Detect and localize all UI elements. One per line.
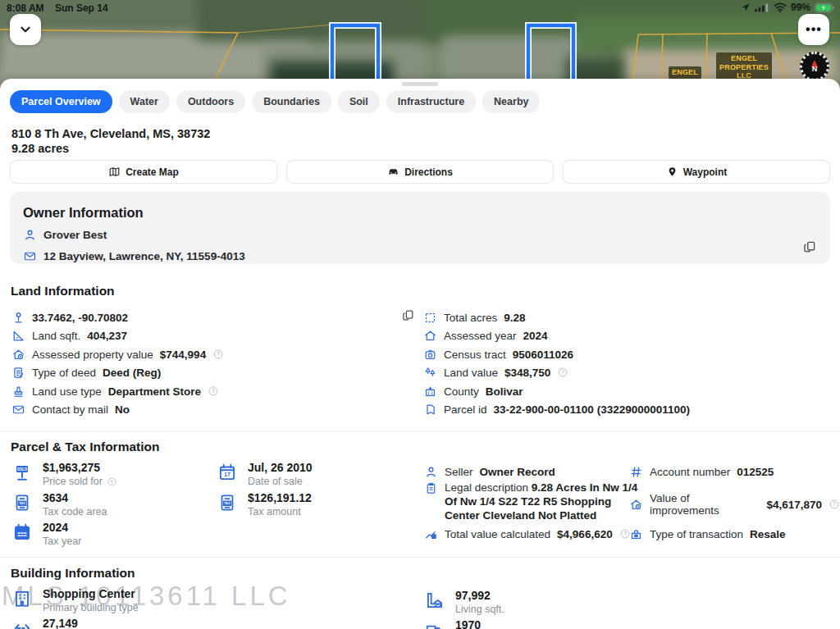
owner-mail-address: 12 Bayview, Lawrence, NY, 11559-4013 [43,250,245,262]
tax-section-title: Parcel & Tax Information [11,440,159,454]
collapse-sheet-button[interactable] [10,14,41,45]
create-map-label: Create Map [126,166,179,178]
owner-section-title: Owner Information [23,205,817,221]
county-building-icon [423,385,437,399]
building-section-title: Building Information [11,566,135,581]
status-time: 8:08 AM [7,2,44,14]
directions-button[interactable]: Directions [286,160,554,184]
waypoint-label: Waypoint [683,166,728,178]
status-time-date: 8:08 AM Sun Sep 14 [7,2,108,14]
chevron-down-icon [16,21,34,39]
calendar-17-icon [217,462,238,483]
battery-icon [815,2,835,13]
person-icon [424,465,438,479]
seller-row: SellerOwner Record [424,463,555,481]
compass-button[interactable]: N [800,52,829,81]
section-divider [0,431,840,431]
car-icon [387,166,399,178]
total-acres-row: Total acres9.28 [423,308,526,326]
ellipsis-icon: ••• [806,25,822,34]
compass-north-label: N [812,66,818,73]
parcel-id-row: Parcel id33-22-900-00-01100 (33229000001… [423,400,690,418]
assessed-year-row: Assessed year2024 [423,326,548,344]
land-section-title: Land Information [11,284,115,299]
copy-owner-info-icon[interactable] [802,239,817,254]
category-tabs: Parcel Overview Water Outdoors Boundarie… [10,90,540,113]
county-row: CountyBolivar [423,382,523,400]
mail-icon [23,249,37,263]
living-sqft-row: 97,992Living sqft. [424,589,504,615]
info-icon[interactable] [212,349,224,360]
calendar-icon [11,522,33,543]
tax-code-area-row: 3634Tax code area [11,491,107,517]
census-tract-row: Census tract9506011026 [423,345,573,363]
building-type-row: Shopping CenterPrimary building type [11,587,139,613]
mail-icon [11,403,25,417]
parcel-acreage: 9.28 acres [11,142,69,155]
waypoint-button[interactable]: Waypoint [563,160,830,184]
hash-icon [629,465,643,479]
tab-boundaries[interactable]: Boundaries [252,90,331,113]
parcel-detail-sheet: Parcel Overview Water Outdoors Boundarie… [0,79,840,629]
tab-nearby[interactable]: Nearby [482,90,540,113]
building-icon [11,588,33,609]
section-divider [0,557,840,558]
copy-coordinates-icon[interactable] [401,308,415,322]
owner-address-row: 12 Bayview, Lawrence, NY, 11559-4013 [23,249,817,263]
bag-icon [629,527,643,541]
info-icon[interactable] [557,367,568,378]
tab-water[interactable]: Water [119,90,170,113]
more-options-button[interactable]: ••• [798,14,829,45]
tag-icon [423,403,437,417]
waypoint-pin-icon [666,166,678,178]
contact-mail-row: Contact by mailNo [11,400,130,418]
wifi-icon [774,2,787,12]
tab-infrastructure[interactable]: Infrastructure [386,90,476,113]
land-sqft-row: Land sqft.404,237 [11,326,127,344]
app-screen: ENGEL ENGEL PROPERTIES LLC 8:08 AM Sun S… [0,0,840,629]
parcel-owner-label: ENGEL [669,66,701,79]
legal-description-row: Legal description 9.28 Acres In Nw 1/4 O… [424,481,640,522]
tab-outdoors[interactable]: Outdoors [176,90,245,113]
create-map-button[interactable]: Create Map [10,160,277,184]
home-icon [423,329,437,343]
owner-information-card: Owner Information Grover Best 12 Bayview… [10,192,830,264]
directions-label: Directions [404,166,453,178]
location-arrow-icon [741,2,751,12]
sold-sign-icon [11,462,33,483]
deed-icon [11,366,25,380]
date-of-sale-row: Jul, 26 2010Date of sale [217,461,313,487]
census-icon [423,348,437,362]
square-dashed-icon [423,311,437,325]
chart-lock-icon [424,527,438,541]
info-icon[interactable] [208,385,219,397]
land-value-row: Land value$348,750 [423,363,568,381]
area-icon [11,329,25,343]
tab-soil[interactable]: Soil [338,90,380,113]
owner-name: Grover Best [43,229,107,241]
home-dollar-icon [11,348,25,362]
ruler-home-icon [424,590,445,611]
trees-icon [423,366,437,380]
tax-amount-row: $126,191.12Tax amount [217,491,312,517]
owner-name-row: Grover Best [23,228,817,242]
map-icon [108,166,121,178]
parcel-owner-label: ENGEL PROPERTIES LLC [716,52,772,82]
transaction-type-row: Type of transactionResale [629,525,786,543]
improvements-value-row: Value of improvements$4,617,870 [629,495,840,513]
drag-handle[interactable] [402,82,438,86]
info-icon[interactable] [107,476,117,487]
assessed-value-row: Assessed property value$744,994 [11,345,224,363]
tax-document-icon [11,492,33,513]
land-use-row: Land use typeDepartment Store [11,382,219,400]
info-icon[interactable] [829,499,840,510]
deed-type-row: Type of deedDeed (Reg) [11,363,161,381]
year-built-row: 1970 [424,618,481,629]
price-sold-row: $1,963,275Price sold for [11,461,117,487]
pin-icon [11,311,25,325]
status-bar: 8:08 AM Sun Sep 14 99% [0,0,840,18]
tab-parcel-overview[interactable]: Parcel Overview [10,90,112,113]
home-dollar-icon [629,498,643,512]
tax-year-row: 2024Tax year [11,521,81,547]
truck-icon [424,619,445,629]
